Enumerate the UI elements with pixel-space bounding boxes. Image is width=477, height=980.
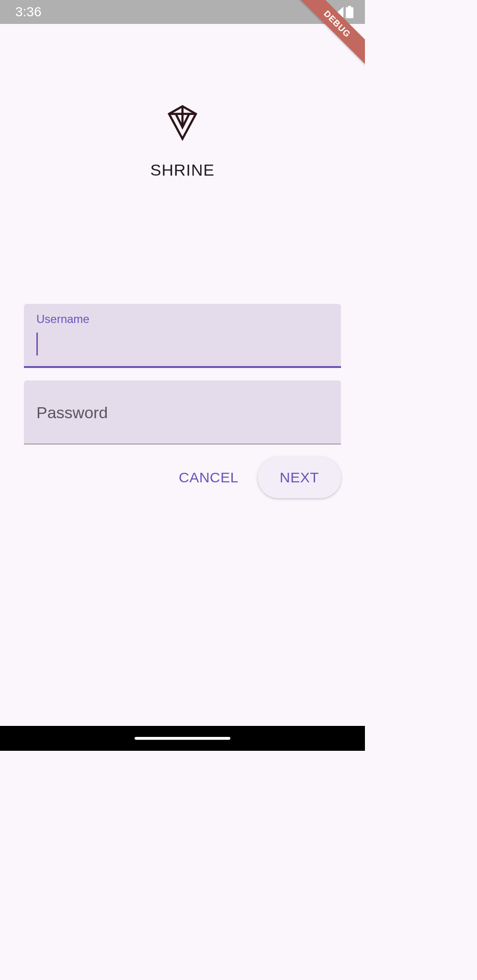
- status-bar: 3:36: [0, 0, 365, 24]
- logo-section: SHRINE: [24, 104, 341, 179]
- username-label: Username: [36, 312, 329, 326]
- navigation-bar: [0, 726, 365, 751]
- wifi-icon: [314, 6, 329, 18]
- battery-icon: [346, 6, 353, 18]
- diamond-logo-icon: [164, 104, 201, 141]
- text-cursor: [36, 333, 38, 356]
- svg-rect-1: [348, 6, 351, 8]
- button-row: CANCEL NEXT: [24, 457, 341, 498]
- cancel-button[interactable]: CANCEL: [165, 459, 252, 496]
- next-button[interactable]: NEXT: [258, 457, 341, 498]
- app-logo-title: SHRINE: [150, 161, 215, 179]
- home-handle[interactable]: [135, 737, 230, 740]
- password-field[interactable]: Password: [24, 380, 341, 445]
- signal-icon: [331, 6, 344, 18]
- status-time: 3:36: [15, 4, 42, 20]
- password-label: Password: [36, 403, 329, 422]
- svg-rect-0: [346, 7, 353, 18]
- username-field[interactable]: Username: [24, 304, 341, 368]
- login-form: Username Password CANCEL NEXT: [24, 304, 341, 498]
- status-icons: [314, 6, 353, 18]
